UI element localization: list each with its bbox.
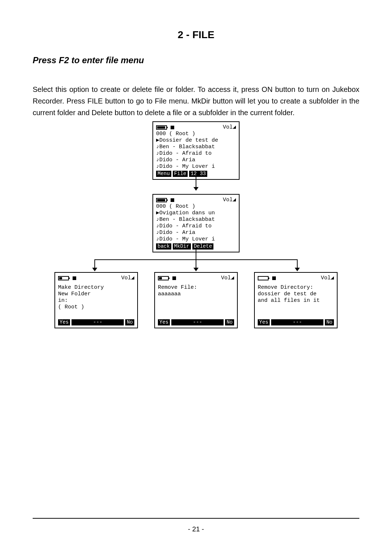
stop-icon	[171, 198, 174, 202]
screen-line: ♪Ben - Blacksabbat	[156, 216, 236, 223]
softkey-time: 12 33	[189, 171, 207, 177]
battery-icon	[156, 125, 167, 130]
screen-line: ♪Dido - Afraid to	[156, 223, 236, 230]
connector-line	[196, 248, 196, 259]
screen-file-menu: Vol◢ 000 ( Root ) ▶Ovigation dans un ♪Be…	[152, 194, 240, 252]
section-title: 2 - FILE	[33, 29, 359, 41]
stop-icon	[171, 126, 174, 129]
screen-line: ♪Dido - Afraid to	[156, 150, 236, 157]
connector-line	[297, 259, 298, 268]
volume-label: Vol◢	[321, 275, 334, 281]
screen-make-directory: Vol◢ Make Directory New Folder in: ( Roo…	[54, 272, 138, 328]
volume-label: Vol◢	[121, 275, 134, 281]
screen-line: 000 ( Root )	[156, 131, 236, 137]
battery-icon	[258, 276, 269, 280]
screen-line: ▶Ovigation dans un	[156, 210, 236, 216]
screen-remove-directory: Vol◢ Remove Directory: dossier de test d…	[254, 272, 338, 328]
softkey-blank: ---	[171, 319, 224, 325]
arrow-icon	[193, 268, 199, 271]
battery-icon	[156, 198, 167, 202]
title-word: FILE	[192, 29, 215, 40]
stop-icon	[73, 276, 76, 280]
softkey-no: No	[225, 319, 234, 325]
screen-line: ♪Dido - Aria	[156, 230, 236, 236]
battery-icon	[158, 276, 169, 280]
screen-line: in:	[58, 297, 134, 304]
screen-line: Remove Directory:	[258, 284, 334, 291]
volume-label: Vol◢	[223, 197, 236, 203]
softkey-blank: ---	[72, 319, 124, 325]
footer-rule	[33, 518, 359, 519]
section-subhead: Press F2 to enter file menu	[33, 55, 359, 65]
arrow-icon	[92, 268, 97, 271]
screen-line: ♪Dido - My Lover i	[156, 236, 236, 243]
screen-line: ♪Dido - Aria	[156, 157, 236, 163]
softkey-file: File	[173, 171, 188, 177]
screen-remove-file: Vol◢ Remove File: aaaaaaa Yes --- No	[154, 272, 238, 328]
volume-label: Vol◢	[223, 124, 236, 131]
connector-line	[94, 259, 95, 268]
screen-line: ▶Dossier de test de	[156, 137, 236, 144]
screen-line: dossier de test de	[258, 291, 334, 297]
screen-root-browser: Vol◢ 000 ( Root ) ▶Dossier de test de ♪B…	[152, 121, 240, 180]
page-number: - 21 -	[0, 525, 392, 533]
softkey-no: No	[325, 319, 334, 325]
screen-line: New Folder	[58, 291, 134, 297]
screen-line: Remove File:	[158, 284, 234, 291]
screen-line: Make Directory	[58, 284, 134, 291]
screen-line: aaaaaaa	[158, 291, 234, 297]
screen-line: ♪Dido - My Lover i	[156, 163, 236, 170]
softkey-yes: Yes	[58, 319, 70, 325]
softkey-yes: Yes	[258, 319, 270, 325]
connector-line	[196, 259, 196, 268]
title-num: 2 -	[177, 29, 192, 40]
flow-diagram: Vol◢ 000 ( Root ) ▶Dossier de test de ♪B…	[54, 121, 338, 347]
screen-line: ( Root )	[58, 304, 134, 311]
softkey-blank: ---	[271, 319, 323, 325]
body-text: Select this option to create or delete f…	[33, 84, 359, 118]
screen-line: and all files in it	[258, 297, 334, 304]
softkey-no: No	[125, 319, 134, 325]
softkey-yes: Yes	[158, 319, 170, 325]
softkey-back: back	[156, 243, 171, 250]
stop-icon	[172, 276, 176, 280]
volume-label: Vol◢	[221, 275, 234, 281]
screen-line: ♪Ben - Blacksabbat	[156, 144, 236, 150]
softkey-menu: Menu	[156, 171, 171, 177]
stop-icon	[272, 276, 276, 280]
arrow-icon	[295, 268, 300, 271]
screen-line: 000 ( Root )	[156, 203, 236, 210]
softkey-mkdir: MkDir	[173, 243, 191, 250]
arrow-icon	[196, 176, 196, 190]
battery-icon	[58, 276, 69, 280]
